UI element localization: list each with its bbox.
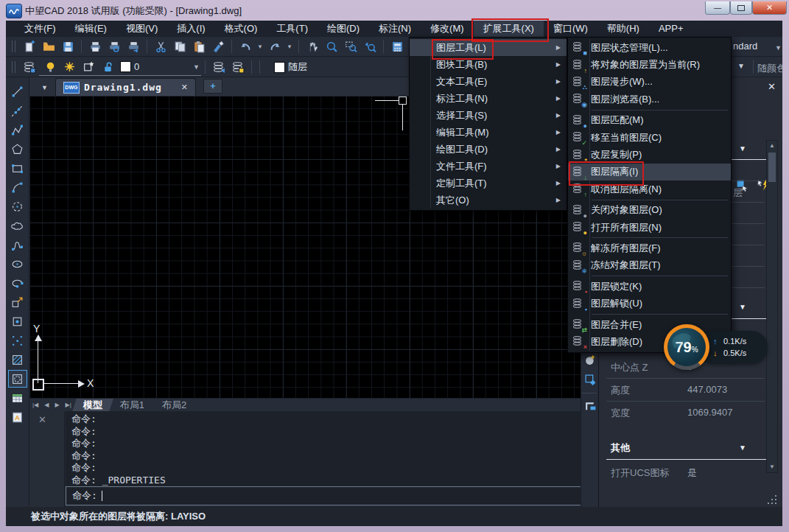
property-value[interactable]: 1069.9407 bbox=[687, 407, 732, 418]
color-combo[interactable]: 随颜色 bbox=[757, 62, 782, 75]
ext-menu-item-7[interactable]: 绘图工具(D)▶ bbox=[410, 141, 567, 158]
new-document-button[interactable]: + bbox=[203, 79, 222, 94]
minimize-button[interactable]: — bbox=[705, 1, 730, 15]
line-icon[interactable] bbox=[8, 83, 27, 100]
command-history[interactable]: 命令:命令:命令:命令:命令:命令: _PROPERTIES bbox=[66, 411, 586, 486]
mtext-icon[interactable]: A bbox=[8, 408, 27, 426]
menubar-item-13[interactable]: APP+ bbox=[649, 21, 693, 37]
layer-menu-item-18[interactable]: ▪图层锁定(K) bbox=[568, 278, 731, 295]
panel-close-icon[interactable]: ✕ bbox=[768, 81, 776, 92]
ext-menu-item-4[interactable]: 标注工具(N)▶ bbox=[410, 90, 567, 107]
ext-menu-item-5[interactable]: 选择工具(S)▶ bbox=[410, 107, 567, 124]
panel-resize-grip[interactable] bbox=[768, 495, 778, 505]
scrollbar-thumb[interactable] bbox=[768, 153, 776, 182]
layer-manager-icon[interactable] bbox=[21, 59, 38, 75]
tab-nav-icon-4[interactable]: ▶| bbox=[63, 402, 74, 408]
close-button[interactable]: ✕ bbox=[752, 1, 787, 15]
ext-menu-item-2[interactable]: 图块工具(B)▶ bbox=[410, 56, 567, 73]
tab-nav-icon-3[interactable]: ▶ bbox=[52, 402, 62, 408]
menubar-item-2[interactable]: 编辑(E) bbox=[66, 21, 116, 37]
rectangle-icon[interactable] bbox=[8, 159, 27, 177]
tab-nav-icon-2[interactable]: ◀ bbox=[41, 402, 52, 408]
freeze-sun-icon[interactable] bbox=[61, 59, 77, 75]
layer-menu-item-7[interactable]: ✓移至当前图层(C) bbox=[568, 129, 731, 146]
make-block-icon[interactable] bbox=[8, 312, 27, 330]
circle-icon[interactable] bbox=[8, 197, 27, 215]
layer-menu-item-13[interactable]: ●打开所有图层(N) bbox=[568, 219, 731, 236]
unlock-icon[interactable] bbox=[99, 59, 116, 75]
menubar-item-6[interactable]: 工具(T) bbox=[267, 21, 318, 37]
cut-icon[interactable] bbox=[152, 38, 169, 55]
command-close-icon[interactable]: ✕ bbox=[38, 414, 46, 425]
ellipse-arc-icon[interactable] bbox=[8, 274, 27, 292]
chevron-down-icon[interactable]: ▼ bbox=[193, 63, 200, 71]
table-icon[interactable] bbox=[8, 389, 27, 407]
menubar-item-12[interactable]: 帮助(H) bbox=[597, 21, 649, 37]
menubar-item-5[interactable]: 格式(O) bbox=[215, 21, 267, 37]
undo-icon[interactable] bbox=[237, 38, 253, 55]
fillet-corner-icon[interactable] bbox=[583, 398, 597, 413]
menubar-item-8[interactable]: 标注(N) bbox=[369, 21, 421, 37]
menubar-item-10[interactable]: 扩展工具(X) bbox=[474, 21, 544, 37]
panel-scrollbar[interactable]: ▲ ▼ bbox=[766, 140, 778, 473]
layer-combo[interactable]: 0▼ bbox=[39, 58, 201, 76]
layer-menu-item-6[interactable]: ●图层匹配(M) bbox=[568, 112, 731, 129]
ext-menu-item-6[interactable]: 编辑工具(M)▶ bbox=[410, 124, 567, 141]
layer-menu-item-4[interactable]: ◉图层浏览器(B)... bbox=[568, 91, 731, 108]
bulb-icon[interactable] bbox=[42, 59, 58, 75]
document-list-caret-icon[interactable]: ▼ bbox=[41, 84, 48, 91]
revcloud-icon[interactable] bbox=[8, 217, 27, 234]
pan-hand-icon[interactable] bbox=[304, 38, 320, 55]
spline-icon[interactable] bbox=[8, 236, 27, 253]
ext-menu-item-3[interactable]: 文本工具(E)▶ bbox=[410, 73, 567, 90]
new-layer-icon[interactable] bbox=[80, 59, 97, 75]
insert-block-icon[interactable] bbox=[8, 293, 27, 311]
layer-menu-item-10[interactable]: ↑取消图层隔离(N) bbox=[568, 181, 731, 197]
save-icon[interactable] bbox=[60, 38, 76, 55]
ext-menu-item-10[interactable]: 其它(O)▶ bbox=[410, 192, 567, 209]
text-style-combo[interactable]: ndard bbox=[733, 41, 757, 52]
layer-menu-item-8[interactable]: *改层复制(P) bbox=[568, 146, 731, 163]
arc-icon[interactable] bbox=[8, 178, 27, 196]
xline-icon[interactable] bbox=[8, 102, 27, 119]
zoom-realtime-icon[interactable] bbox=[323, 38, 340, 55]
block-diamond-icon[interactable] bbox=[583, 372, 597, 387]
command-input[interactable]: 命令: bbox=[66, 486, 585, 505]
layer-prev-icon[interactable] bbox=[211, 59, 227, 75]
polygon-icon[interactable] bbox=[8, 140, 27, 158]
ellipse-icon[interactable] bbox=[8, 255, 27, 273]
layout-tab-1[interactable]: 模型 bbox=[72, 399, 113, 412]
ext-menu-item-1[interactable]: 图层工具(L)▶ bbox=[410, 39, 567, 56]
layer-menu-item-2[interactable]: ↑将对象的图层置为当前(R) bbox=[568, 56, 731, 73]
layout-tab-2[interactable]: 布局1 bbox=[111, 399, 153, 412]
section-collapse-icon[interactable]: ▼ bbox=[739, 144, 746, 153]
layer-menu-item-1[interactable]: ■图层状态管理(L)... bbox=[568, 39, 731, 56]
polyline-icon[interactable] bbox=[8, 121, 27, 139]
layer-menu-item-3[interactable]: ∴图层漫步(W)... bbox=[568, 74, 731, 91]
redo-icon[interactable] bbox=[267, 38, 283, 55]
layer-states-icon[interactable] bbox=[230, 59, 246, 75]
chevron-down-icon[interactable]: ▼ bbox=[775, 44, 782, 52]
paste-icon[interactable] bbox=[191, 38, 207, 55]
point-icon[interactable] bbox=[8, 332, 27, 349]
menubar-item-1[interactable]: 文件(F) bbox=[15, 21, 66, 37]
property-value[interactable]: 是 bbox=[687, 466, 697, 480]
region-icon[interactable] bbox=[8, 370, 27, 388]
memory-float-ball[interactable]: 79 % bbox=[664, 324, 709, 370]
print-icon[interactable] bbox=[87, 38, 103, 55]
open-folder-icon[interactable] bbox=[41, 38, 57, 55]
menubar-item-7[interactable]: 绘图(D) bbox=[318, 21, 369, 37]
hatch-icon[interactable] bbox=[8, 351, 27, 368]
layer-menu-item-16[interactable]: ❄冻结对象图层(T) bbox=[568, 257, 731, 274]
layout-tab-3[interactable]: 布局2 bbox=[153, 399, 195, 412]
layer-menu-item-15[interactable]: ☼解冻所有图层(F) bbox=[568, 239, 731, 256]
menubar-item-3[interactable]: 视图(V) bbox=[116, 21, 167, 37]
match-paint-icon[interactable] bbox=[210, 38, 226, 55]
layer-menu-item-21[interactable]: ⇄图层合并(E) bbox=[568, 316, 731, 333]
menubar-item-11[interactable]: 窗口(W) bbox=[544, 21, 597, 37]
ext-menu-item-9[interactable]: 定制工具(T)▶ bbox=[410, 175, 567, 192]
layer-menu-item-19[interactable]: ▪图层解锁(U) bbox=[568, 295, 731, 312]
section-collapse-icon[interactable]: ▼ bbox=[739, 303, 746, 311]
property-value[interactable]: 447.0073 bbox=[687, 384, 727, 395]
section-collapse-icon[interactable]: ▼ bbox=[739, 444, 746, 452]
